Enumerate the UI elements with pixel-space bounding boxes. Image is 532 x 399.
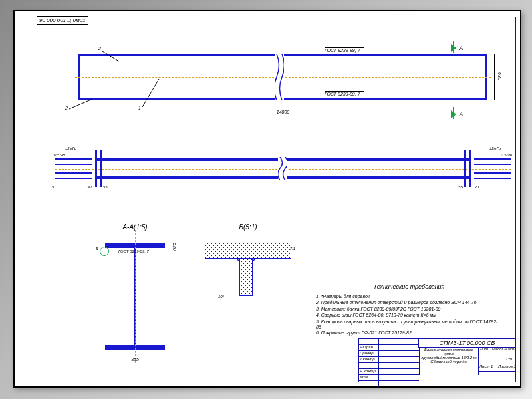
drawing-sheet: 90 000 001 Ц-0м01 2 ГОСТ 8239-89, 7 ГОСТ… bbox=[13, 10, 521, 388]
gost-label-top: ГОСТ 8239-89, 7 bbox=[325, 47, 364, 53]
side-tag-left2: 0.5:98 bbox=[54, 153, 65, 157]
techreq-line-1: 1. *Размеры для справок bbox=[316, 294, 502, 299]
sheet-num: Лист 1 bbox=[479, 364, 497, 371]
aa-height-text: 630 bbox=[172, 243, 177, 251]
side-tag-left: ±2мГр bbox=[65, 146, 76, 150]
aa-width-text: 355 bbox=[131, 357, 139, 362]
mass-label: Масса bbox=[491, 347, 504, 354]
item-2-label-a: 2 bbox=[98, 46, 101, 51]
row-tkontr: Т.контр. bbox=[359, 357, 379, 362]
end-plate-l1 bbox=[95, 150, 97, 187]
beam-top-view: 2 ГОСТ 8239-89, 7 ГОСТ 8239-89, 7 2 1 bbox=[78, 54, 487, 100]
side-tag-right2: 0.5:98 bbox=[501, 153, 512, 157]
gost-label-bot: ГОСТ 8239-89, 7 bbox=[325, 91, 364, 96]
row-nkontr: Н.контр. bbox=[359, 369, 379, 374]
side-break bbox=[278, 157, 287, 180]
row-prov: Провер. bbox=[359, 351, 379, 356]
aa-gost: ГОСТ 8239-89, 7 bbox=[118, 249, 149, 253]
row-utv: Утв. bbox=[359, 375, 379, 380]
scale-label: Масштаб bbox=[503, 347, 515, 354]
b-dim1: 7.1 bbox=[290, 247, 295, 251]
sheets-total: Листов 1 bbox=[497, 364, 515, 371]
title-block: СПМЗ-17.00.000 СБ Разраб. Провер. Т.конт… bbox=[358, 338, 515, 382]
dim-length: 14800 bbox=[78, 116, 487, 121]
item-2-label-b: 2 bbox=[65, 106, 68, 110]
beam-side-view: ±2мГр 0.5:98 5 30 55 ±2мГр 0.5:98 30 55 bbox=[55, 150, 511, 187]
svg-rect-4 bbox=[239, 259, 253, 295]
item-2a-text: 2 bbox=[98, 46, 101, 51]
svg-line-0 bbox=[102, 51, 119, 61]
titleblock-right-col: Лит. Масса Масштаб 1:50 Лист 1 Листов 1 bbox=[479, 347, 515, 382]
side-tag-right: ±2мГр bbox=[489, 146, 501, 150]
side-dim-d: 55 bbox=[103, 185, 108, 189]
drawing-code-box: 90 000 001 Ц-0м01 bbox=[37, 16, 88, 25]
side-dim-c: 30 bbox=[87, 185, 92, 189]
section-a-mark-top: A bbox=[451, 44, 462, 53]
row-razrab: Разраб. bbox=[359, 345, 379, 350]
techreq-line-3: 3. Материал: балка ГОСТ 8239-89/09Г2С ГО… bbox=[316, 307, 502, 312]
side-dim-b: 5 bbox=[52, 185, 54, 189]
techreq-line-5: 5. Контроль сварных швов визуально и уль… bbox=[316, 319, 502, 331]
b-mark: Б bbox=[96, 247, 98, 251]
svg-line-1 bbox=[69, 99, 92, 109]
technical-requirements: Технические требования 1. *Размеры для с… bbox=[316, 283, 502, 337]
titleblock-description: Балка главная мостового крана грузоподъё… bbox=[419, 347, 479, 375]
techreq-header: Технические требования bbox=[316, 283, 502, 290]
b-angle: 10° bbox=[218, 295, 224, 299]
dim-height-text: 630 bbox=[497, 72, 502, 80]
svg-rect-3 bbox=[205, 243, 291, 259]
end-plate-r1 bbox=[469, 150, 471, 187]
techreq-line-4: 4. Сварные швы ГОСТ 5264-80, 8713-79 кат… bbox=[316, 313, 502, 318]
desc-l3: Сборочный чертёж bbox=[421, 360, 477, 364]
scale-value: 1:50 bbox=[503, 354, 515, 364]
section-a-top-text: A bbox=[459, 45, 463, 51]
inner-frame: 90 000 001 Ц-0м01 2 ГОСТ 8239-89, 7 ГОСТ… bbox=[25, 17, 516, 382]
detail-circle-icon bbox=[100, 247, 109, 256]
side-dim-c-r: 30 bbox=[474, 185, 479, 189]
svg-line-2 bbox=[142, 79, 159, 107]
section-b: Б(5:1) 7.1 10° bbox=[205, 233, 291, 307]
gost-top-text: ГОСТ 8239-89, 7 bbox=[325, 48, 360, 53]
item-1-label: 1 bbox=[138, 106, 141, 110]
item-2b-text: 2 bbox=[65, 106, 68, 110]
dim-height: 630 bbox=[494, 54, 495, 100]
aa-height-dim: 630 bbox=[172, 243, 177, 350]
dim-length-text: 14800 bbox=[275, 110, 291, 114]
section-b-title: Б(5:1) bbox=[205, 223, 291, 231]
lit-label: Лит. bbox=[479, 347, 491, 354]
techreq-line-2: 2. Предельные отклонения отверстий и раз… bbox=[316, 300, 502, 305]
titleblock-left-grid: Разраб. Провер. Т.контр. Н.контр. Утв. bbox=[359, 339, 419, 382]
section-a-a: А-А(1:5) Б ГОСТ 8239-89, 7 355 630 bbox=[105, 233, 165, 360]
hatch-icon bbox=[205, 243, 291, 303]
end-plate-l2 bbox=[100, 150, 102, 187]
desc-l1: Балка главная мостового крана bbox=[421, 348, 477, 356]
techreq-line-6: 6. Покрытие: грунт ГФ-021 ГОСТ 25129-82 bbox=[316, 331, 502, 336]
end-plate-r2 bbox=[464, 150, 466, 187]
item-1-text: 1 bbox=[138, 106, 141, 110]
aa-width-dim: 355 bbox=[105, 356, 165, 361]
section-arrow-icon bbox=[451, 44, 456, 52]
break-line-left bbox=[275, 54, 284, 100]
side-dim-d-r: 55 bbox=[458, 185, 463, 189]
gost-bot-text: ГОСТ 8239-89, 7 bbox=[325, 92, 360, 96]
